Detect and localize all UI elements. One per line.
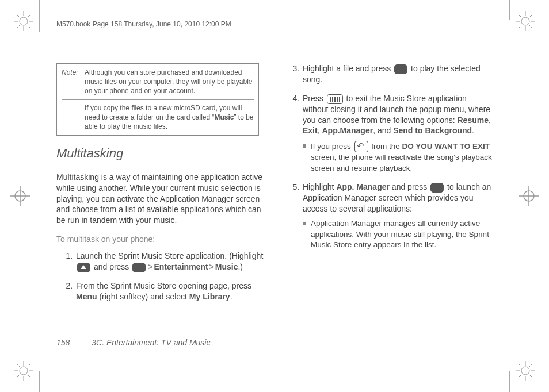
page-body: Note: Although you can store purchased a… — [56, 63, 493, 333]
note-body-2: If you copy the files to a new microSD c… — [85, 103, 254, 132]
svg-line-33 — [529, 375, 532, 378]
step-2: From the Sprint Music Store opening page… — [75, 280, 266, 302]
chapter-title: 3C. Entertainment: TV and Music — [92, 338, 210, 347]
note-divider — [62, 99, 254, 100]
svg-line-15 — [529, 25, 532, 28]
steps-left: Launch the Sprint Music Store applicatio… — [56, 251, 266, 302]
column-right: Highlight a file and press to play the s… — [283, 63, 493, 333]
svg-line-34 — [518, 375, 521, 378]
ok-key-icon — [132, 263, 146, 272]
intro-paragraph: Multitasking is a way of maintaining one… — [56, 172, 266, 226]
crop-line — [39, 371, 40, 392]
crop-cross-l — [10, 186, 30, 206]
step-3: Highlight a file and press to play the s… — [302, 63, 493, 85]
column-left: Note: Although you can store purchased a… — [56, 63, 266, 333]
crop-sun-tl — [14, 11, 33, 31]
page-header: M570.book Page 158 Thursday, June 10, 20… — [56, 20, 231, 29]
lead-line: To multitask on your phone: — [56, 234, 266, 245]
header-rule — [37, 29, 517, 29]
section-rule — [56, 166, 259, 166]
note-box: Note: Although you can store purchased a… — [56, 63, 259, 136]
crop-line — [14, 371, 40, 371]
svg-line-7 — [17, 25, 20, 28]
crop-line — [509, 371, 535, 371]
svg-line-35 — [529, 364, 532, 367]
crop-sun-tr — [516, 11, 535, 31]
note-body-1: Although you can store purchased and dow… — [85, 68, 254, 96]
step-5: Highlight App. Manager and press to laun… — [302, 182, 493, 250]
step-4: Press to exit the Music Store applicatio… — [302, 93, 493, 174]
svg-point-9 — [521, 17, 529, 25]
svg-line-17 — [529, 14, 532, 17]
svg-line-6 — [28, 25, 30, 28]
svg-line-23 — [17, 364, 20, 367]
steps-right: Highlight a file and press to play the s… — [283, 63, 493, 250]
svg-line-16 — [518, 25, 521, 28]
svg-line-32 — [518, 364, 521, 367]
page-number: 158 — [56, 338, 70, 347]
step-5-sub: Application Manager manages all currentl… — [303, 218, 493, 250]
crop-line — [39, 0, 40, 32]
home-key-icon — [77, 263, 90, 272]
ok-key-icon — [394, 64, 407, 74]
svg-line-5 — [17, 14, 20, 17]
page-footer: 158 3C. Entertainment: TV and Music — [56, 337, 210, 348]
svg-line-25 — [17, 375, 20, 378]
crop-line — [509, 371, 510, 392]
svg-line-24 — [28, 375, 30, 378]
menu-key-icon — [327, 94, 343, 104]
svg-point-0 — [20, 17, 28, 25]
crop-line — [509, 21, 535, 21]
back-key-icon — [354, 141, 368, 152]
svg-line-26 — [28, 364, 30, 367]
section-title: Multitasking — [56, 145, 266, 162]
ok-key-icon — [430, 183, 444, 193]
note-label: Note: — [62, 68, 81, 96]
step-4-sub: If you press from the DO YOU WANT TO EXI… — [303, 141, 493, 173]
step-1: Launch the Sprint Music Store applicatio… — [75, 251, 266, 272]
crop-cross-r — [519, 186, 539, 206]
svg-line-8 — [28, 14, 30, 17]
crop-line — [509, 0, 510, 20]
svg-line-14 — [518, 14, 521, 17]
